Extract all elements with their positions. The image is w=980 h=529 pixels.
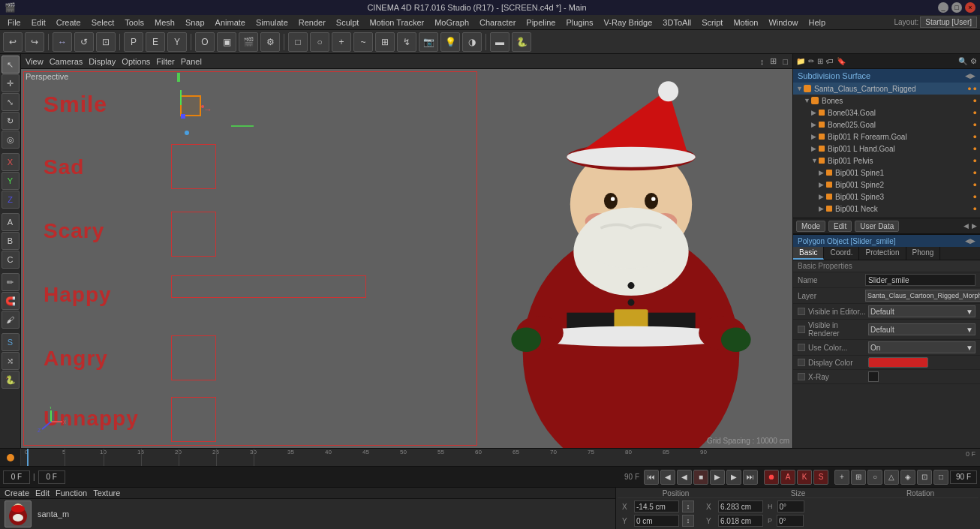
coords-sy-input[interactable] <box>718 515 763 527</box>
redo-button[interactable]: ↪ <box>25 32 44 52</box>
bottom-menu-function[interactable]: Function <box>56 488 87 497</box>
coords-p-input[interactable] <box>777 515 804 527</box>
tree-item-subdivision[interactable]: ▼ Santa_Claus_Cartoon_Rigged ● ● <box>793 83 980 95</box>
minimize-button[interactable]: _ <box>938 2 948 13</box>
menu-create[interactable]: Create <box>52 17 86 29</box>
transport-auto-key[interactable]: A <box>780 470 795 485</box>
transport-extra-1[interactable]: + <box>834 470 849 485</box>
tool-python2[interactable]: 🐍 <box>2 371 20 389</box>
scale-tool-button[interactable]: ⊡ <box>96 32 116 52</box>
transport-end-frame[interactable]: □ <box>933 470 948 485</box>
prop-visible-editor-enable[interactable] <box>798 308 805 315</box>
viewport-icon-2[interactable]: ⊞ <box>770 56 777 66</box>
transport-record[interactable]: ⏺ <box>764 470 779 485</box>
prop-use-color-enable[interactable] <box>798 344 805 351</box>
points-mode[interactable]: P <box>124 32 143 52</box>
tool-a[interactable]: A <box>2 213 20 231</box>
tool-brush[interactable]: 🖌 <box>2 311 20 329</box>
transport-next-frame[interactable]: ▶ <box>726 470 741 485</box>
render-view[interactable]: ▣ <box>217 32 236 52</box>
menu-motion-tracker[interactable]: Motion Tracker <box>365 17 428 29</box>
menu-window[interactable]: Window <box>764 17 802 29</box>
tab-coord[interactable]: Coord. <box>824 247 859 260</box>
transport-prev-frame[interactable]: ◀ <box>660 470 675 485</box>
rpanel-icon-file[interactable]: 📁 <box>796 57 805 65</box>
transport-extra-5[interactable]: ◈ <box>900 470 915 485</box>
menu-snap[interactable]: Snap <box>181 17 209 29</box>
menu-mesh[interactable]: Mesh <box>150 17 179 29</box>
tree-item-bone034[interactable]: ▶ Bone034.Goal ● <box>793 107 980 119</box>
transport-stop[interactable]: ■ <box>693 470 708 485</box>
cube-button[interactable]: □ <box>288 32 308 52</box>
coords-x-input[interactable] <box>634 500 679 512</box>
transport-current-input[interactable] <box>38 470 65 484</box>
user-data-button[interactable]: User Data <box>855 221 899 232</box>
tool-scale2[interactable]: ⤡ <box>2 93 20 111</box>
tree-item-bip-neck[interactable]: ▶ Bip001 Neck ● <box>793 203 980 215</box>
props-scroll-left[interactable]: ◀ <box>965 237 970 245</box>
tool-live[interactable]: ◎ <box>2 131 20 149</box>
rpanel-icon-objects[interactable]: ⊞ <box>817 57 823 65</box>
tool-move[interactable]: ✛ <box>2 74 20 92</box>
menu-mograph[interactable]: MoGraph <box>430 17 473 29</box>
menu-3dtoall[interactable]: 3DToAll <box>658 17 696 29</box>
menu-edit[interactable]: Edit <box>27 17 50 29</box>
camera-button[interactable]: 📷 <box>419 32 438 52</box>
viewport-menu-view[interactable]: View <box>26 57 44 66</box>
edges-mode[interactable]: E <box>146 32 165 52</box>
render-settings[interactable]: ⚙ <box>260 32 280 52</box>
tool-c[interactable]: C <box>2 251 20 269</box>
props-scroll-right[interactable]: ▶ <box>970 237 975 245</box>
menu-sculpt[interactable]: Sculpt <box>332 17 364 29</box>
viewport-icon-3[interactable]: □ <box>783 57 788 66</box>
viewport-menu-cameras[interactable]: Cameras <box>50 57 83 66</box>
prop-xray-checkbox[interactable] <box>868 371 879 382</box>
deformer-button[interactable]: ↯ <box>397 32 416 52</box>
nurbs-button[interactable]: ⊞ <box>375 32 395 52</box>
tool-s[interactable]: S <box>2 333 20 351</box>
close-button[interactable]: × <box>965 2 975 13</box>
undo-button[interactable]: ↩ <box>3 32 23 52</box>
prop-display-color-enable[interactable] <box>798 359 805 366</box>
layout-dropdown[interactable]: Startup [User] <box>920 17 977 28</box>
transport-extra-2[interactable]: ⊞ <box>851 470 866 485</box>
tree-item-bone025[interactable]: ▶ Bone025.Goal ● <box>793 119 980 131</box>
transport-end-input[interactable] <box>950 470 977 484</box>
prop-use-color-dropdown[interactable]: On ▼ <box>868 341 975 353</box>
viewport-icon-1[interactable]: ↕ <box>760 57 765 66</box>
mode-right-arrow[interactable]: ▶ <box>972 222 977 230</box>
render-button[interactable]: 🎬 <box>239 32 258 52</box>
menu-tools[interactable]: Tools <box>120 17 149 29</box>
menu-render[interactable]: Render <box>294 17 330 29</box>
menu-script[interactable]: Script <box>697 17 727 29</box>
menu-file[interactable]: File <box>3 17 26 29</box>
mode-button[interactable]: Mode <box>796 221 825 232</box>
polys-mode[interactable]: Y <box>167 32 187 52</box>
tree-item-bip-l-hand[interactable]: ▶ Bip001 L Hand.Goal ● <box>793 143 980 155</box>
viewport-menu-filter[interactable]: Filter <box>156 57 174 66</box>
menu-motion[interactable]: Motion <box>729 17 762 29</box>
menu-pipeline[interactable]: Pipeline <box>522 17 560 29</box>
tool-pen[interactable]: ✏ <box>2 273 20 291</box>
tool-y[interactable]: Y <box>2 172 20 190</box>
rpanel-search[interactable]: 🔍 <box>958 57 967 65</box>
transport-key-all[interactable]: K <box>797 470 812 485</box>
menu-plugins[interactable]: Plugins <box>561 17 597 29</box>
tool-rotate2[interactable]: ↻ <box>2 112 20 130</box>
floor-button[interactable]: ▬ <box>490 32 510 52</box>
coords-h-input[interactable] <box>777 500 804 512</box>
coords-x-btn[interactable]: ↕ <box>682 500 694 512</box>
move-tool-button[interactable]: ↔ <box>53 32 72 52</box>
tool-b[interactable]: B <box>2 232 20 250</box>
coords-y-input[interactable] <box>634 515 679 527</box>
rotate-tool-button[interactable]: ↺ <box>74 32 94 52</box>
transport-extra-3[interactable]: ○ <box>867 470 882 485</box>
tool-x[interactable]: X <box>2 153 20 171</box>
object-mode[interactable]: O <box>195 32 215 52</box>
tab-phong[interactable]: Phong <box>906 247 941 260</box>
sphere-button[interactable]: ○ <box>310 32 329 52</box>
transport-key-prev[interactable]: ⏮ <box>644 470 659 485</box>
om-scroll-left[interactable]: ◀ <box>965 72 970 80</box>
rpanel-icon-tags[interactable]: 🏷 <box>826 57 834 65</box>
prop-visible-renderer-enable[interactable] <box>798 326 805 333</box>
